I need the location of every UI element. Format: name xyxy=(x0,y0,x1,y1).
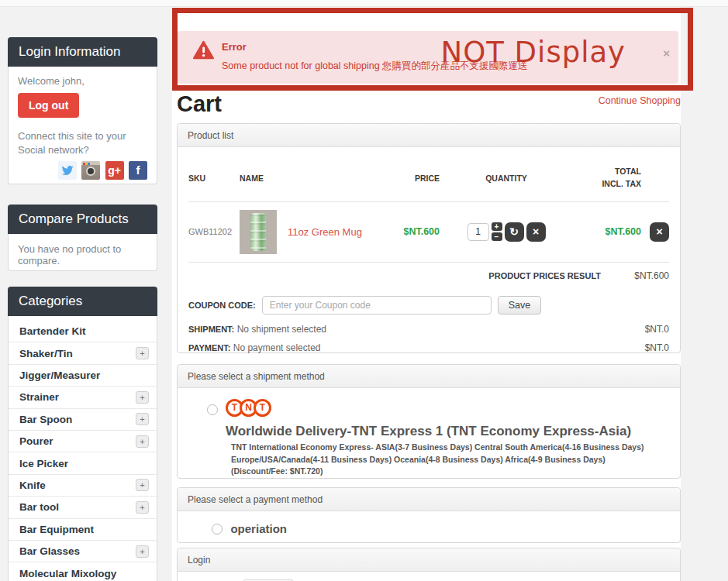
column-sku: SKU xyxy=(188,174,240,183)
sidebar-item-bartender-kit[interactable]: Bartender Kit+ xyxy=(9,321,157,342)
facebook-icon[interactable]: f xyxy=(129,161,147,180)
twitter-icon[interactable] xyxy=(58,161,77,180)
expand-plus-icon[interactable]: + xyxy=(136,435,149,448)
product-list-header: Product list xyxy=(178,124,680,147)
quantity-increase-icon[interactable]: + xyxy=(492,222,502,231)
shipment-radio[interactable] xyxy=(207,404,218,415)
expand-plus-icon[interactable]: + xyxy=(136,545,149,558)
payment-summary-row: PAYMENT: No payment selected $NT.0 xyxy=(188,336,669,355)
save-button[interactable]: Save xyxy=(498,296,542,315)
coupon-input[interactable] xyxy=(262,296,492,315)
cart-page: Login Information Welcome john, Log out … xyxy=(0,0,728,581)
quantity-decrease-icon[interactable]: − xyxy=(492,232,502,241)
sidebar-item-bar-spoon[interactable]: Bar Spoon+ xyxy=(9,409,157,431)
payment-radio[interactable] xyxy=(212,524,223,535)
tnt-logo: T N T xyxy=(226,399,669,417)
quantity-input[interactable] xyxy=(468,223,489,241)
compare-empty-text: You have no product to compare. xyxy=(8,234,157,271)
sidebar-item-strainer[interactable]: Strainer+ xyxy=(9,387,157,408)
categories-panel: Categories Bartender Kit+ Shaker/Tin+ Ji… xyxy=(8,287,157,581)
product-sku: GWB11202 xyxy=(188,227,240,236)
shipment-label: SHIPMENT: xyxy=(188,325,234,334)
result-value: $NT.600 xyxy=(601,270,669,281)
product-total: $NT.600 xyxy=(573,225,641,239)
product-prices-result-row: PRODUCT PRICES RESULT $NT.600 xyxy=(188,263,669,289)
sidebar-item-shaker-tin[interactable]: Shaker/Tin+ xyxy=(9,342,157,364)
shipment-amount: $NT.0 xyxy=(645,324,669,335)
shipment-method-panel: Please select a shipment method T N T Wo… xyxy=(177,364,681,479)
expand-plus-icon[interactable]: + xyxy=(136,391,149,404)
compare-products-panel: Compare Products You have no product to … xyxy=(8,205,157,271)
login-section-panel: Login Welcome xyxy=(177,548,681,581)
compare-panel-title: Compare Products xyxy=(8,205,157,234)
categories-panel-title: Categories xyxy=(8,287,157,316)
shipment-option-description: TNT International Economy Express- ASIA(… xyxy=(226,442,660,466)
welcome-text: Welcome john, xyxy=(18,75,147,87)
payment-value: No payment selected xyxy=(233,342,321,353)
login-section-header: Login xyxy=(178,548,680,572)
coupon-row: COUPON CODE: Save xyxy=(188,289,669,318)
login-information-panel: Login Information Welcome john, Log out … xyxy=(8,37,157,184)
not-display-annotation-text: NOT Display xyxy=(440,36,626,69)
close-icon[interactable]: × xyxy=(663,46,670,60)
top-strip xyxy=(0,0,728,7)
social-icons-row: g+ f xyxy=(18,161,147,180)
sidebar-item-bar-equipment[interactable]: Bar Equipment+ xyxy=(9,519,157,541)
sidebar-item-ice-picker[interactable]: Ice Picker+ xyxy=(9,452,157,474)
shipment-value: No shipment selected xyxy=(237,324,326,335)
sidebar-item-pourer[interactable]: Pourer+ xyxy=(9,431,157,452)
delete-row-icon[interactable]: × xyxy=(650,222,669,242)
payment-amount: $NT.0 xyxy=(645,342,669,353)
page-title: Cart xyxy=(177,91,222,117)
expand-plus-icon[interactable]: + xyxy=(136,413,149,425)
sidebar-item-knife[interactable]: Knife+ xyxy=(9,475,157,497)
refresh-icon[interactable]: ↻ xyxy=(505,222,524,242)
column-price: PRICE xyxy=(378,174,440,183)
logout-button[interactable]: Log out xyxy=(18,93,79,118)
sidebar-item-molecular-mixology[interactable]: Molecular Mixology+ xyxy=(9,562,157,581)
instagram-icon[interactable] xyxy=(81,161,100,180)
product-price: $NT.600 xyxy=(378,226,440,237)
result-label: PRODUCT PRICES RESULT xyxy=(488,271,601,280)
sidebar-item-jigger-measurer[interactable]: Jigger/Measurer+ xyxy=(9,365,157,387)
expand-plus-icon[interactable]: + xyxy=(136,479,149,491)
continue-shopping-link[interactable]: Continue Shopping xyxy=(526,95,681,106)
column-total: TOTALINCL. TAX xyxy=(573,166,641,191)
table-row: GWB11202 11oz Green Mug $NT.600 + − ↻ × xyxy=(188,202,669,263)
column-quantity: QUANTITY xyxy=(440,174,573,183)
remove-item-icon[interactable]: × xyxy=(526,222,546,242)
shipment-summary-row: SHIPMENT: No shipment selected $NT.0 xyxy=(188,318,669,336)
product-name-link[interactable]: 11oz Green Mug xyxy=(288,226,362,238)
shipment-option-fee: (Discount/Fee: $NT.720) xyxy=(226,466,669,476)
table-header-row: SKU NAME PRICE QUANTITY TOTALINCL. TAX xyxy=(188,147,669,202)
product-list-panel: Product list SKU NAME PRICE QUANTITY TOT… xyxy=(177,123,681,353)
product-image[interactable] xyxy=(240,210,277,254)
alert-title: Error xyxy=(222,41,247,53)
payment-label: PAYMENT: xyxy=(188,343,230,352)
column-name: NAME xyxy=(240,174,378,183)
expand-plus-icon[interactable]: + xyxy=(136,347,149,359)
coupon-label: COUPON CODE: xyxy=(188,301,256,310)
shipment-panel-header: Please select a shipment method xyxy=(178,365,680,388)
error-alert: Error Some product not for global shippi… xyxy=(178,31,678,84)
sidebar-item-bar-tool[interactable]: Bar tool+ xyxy=(9,497,157,518)
payment-method-panel: Please select a payment method operiatio… xyxy=(177,487,681,543)
expand-plus-icon[interactable]: + xyxy=(136,501,149,514)
shipment-option-title: Worldwide Delivery-TNT Express 1 (TNT Ec… xyxy=(226,424,669,439)
payment-panel-header: Please select a payment method xyxy=(178,488,680,511)
payment-option-label: operiation xyxy=(230,522,287,535)
google-plus-icon[interactable]: g+ xyxy=(105,161,124,180)
warning-triangle-icon xyxy=(193,40,214,60)
login-panel-title: Login Information xyxy=(8,37,157,67)
sidebar-item-bar-glasses[interactable]: Bar Glasses+ xyxy=(9,541,157,562)
social-prompt-text: Connect this site to your Social network… xyxy=(18,129,147,156)
